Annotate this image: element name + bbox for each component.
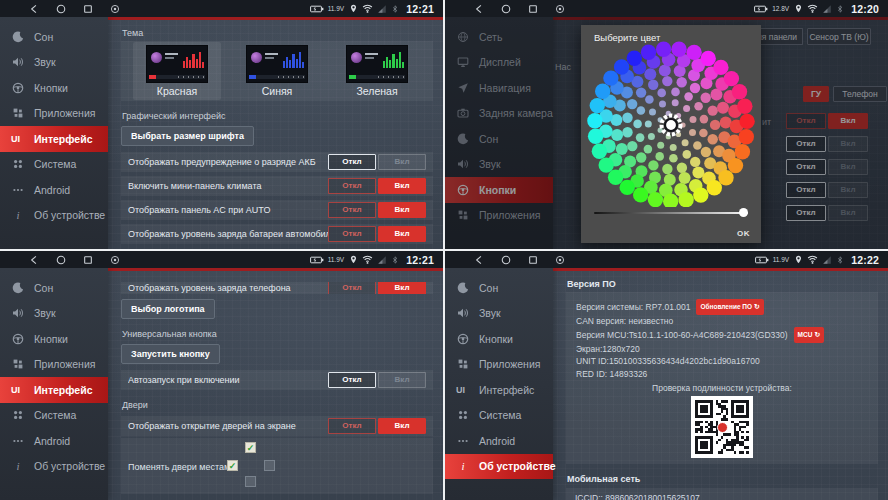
sidebar-item-apps[interactable]: Приложения: [0, 101, 108, 127]
home-icon[interactable]: [56, 4, 66, 14]
brightness-slider[interactable]: [594, 208, 748, 217]
battery-voltage: 11.9V: [328, 256, 345, 263]
toggle-off-button[interactable]: Откл: [328, 154, 376, 170]
main-content: Версия ПОВерсия системы: RP7.01.001Обнов…: [553, 271, 888, 500]
toggle[interactable]: ОтклВкл: [328, 154, 426, 170]
info-text: Версия MCU:Ts10.1.1-100-60-A4C689-210423…: [576, 329, 788, 342]
sidebar-item-ellipsis[interactable]: Android: [0, 428, 108, 454]
sidebar: СонЗвукКнопкиПриложенияUIИнтерфейсСистем…: [445, 268, 553, 500]
iccid-row: ICCID:: 89860620180015625107: [566, 488, 878, 500]
toggle-off-button[interactable]: Откл: [328, 418, 376, 434]
apps-icon: [11, 107, 25, 119]
sidebar-item-moon[interactable]: Сон: [0, 275, 108, 301]
sidebar-item-info[interactable]: iОб устройстве: [445, 454, 553, 480]
door-checkbox-right[interactable]: [264, 460, 275, 471]
recents-icon[interactable]: [528, 4, 538, 14]
screen-interface-theme: 11.9V12:21СонЗвукКнопкиПриложенияUIИнтер…: [0, 0, 443, 249]
sidebar-item-apps[interactable]: Приложения: [0, 352, 108, 378]
sidebar-item-ui[interactable]: UIИнтерфейс: [0, 377, 108, 403]
info-icon: i: [11, 209, 25, 221]
main-content: Отображать уровень заряда телефонаОтклВк…: [108, 271, 443, 500]
action-button[interactable]: Выбор логотипа: [121, 299, 215, 319]
toggle[interactable]: ОтклВкл: [328, 226, 426, 242]
svg-text:i: i: [461, 460, 464, 472]
toggle-on-button[interactable]: Вкл: [378, 202, 426, 218]
back-icon[interactable]: [474, 4, 484, 14]
toggle-off-button[interactable]: Откл: [328, 372, 376, 388]
steering-icon: [11, 333, 25, 345]
screen-interface-doors: 11.9V12:21СонЗвукКнопкиПриложенияUIИнтер…: [0, 251, 443, 500]
check-icon: ✓: [229, 461, 237, 471]
toggle[interactable]: ОтклВкл: [328, 178, 426, 194]
sidebar-item-info[interactable]: iОб устройстве: [0, 203, 108, 229]
verify-device-label: Проверка подлинности устройства:: [576, 383, 868, 393]
theme-card-2[interactable]: Синяя: [233, 42, 321, 100]
recents-icon[interactable]: [83, 4, 93, 14]
toggle-on-button[interactable]: Вкл: [378, 282, 426, 294]
color-wheel[interactable]: [581, 41, 761, 207]
screenshot-icon[interactable]: [110, 255, 120, 265]
toggle-off-button[interactable]: Откл: [328, 226, 376, 242]
battery-icon: [310, 5, 324, 13]
location-icon: [794, 4, 803, 13]
toggle[interactable]: ОтклВкл: [328, 418, 426, 434]
toggle[interactable]: ОтклВкл: [328, 202, 426, 218]
toggle-off-button[interactable]: Откл: [328, 202, 376, 218]
sidebar-item-system[interactable]: Система: [0, 403, 108, 429]
steering-icon: [456, 333, 470, 345]
moon-icon: [456, 282, 470, 294]
ui-icon: UI: [11, 385, 25, 395]
door-checkbox-top[interactable]: ✓: [245, 442, 256, 453]
sidebar-item-apps[interactable]: Приложения: [445, 352, 553, 378]
mcu-badge[interactable]: MCU↻: [794, 327, 825, 343]
sidebar-item-steering[interactable]: Кнопки: [0, 326, 108, 352]
sidebar-item-speaker[interactable]: Звук: [0, 50, 108, 76]
sidebar-item-speaker[interactable]: Звук: [0, 301, 108, 327]
sidebar-item-label: Интерфейс: [34, 133, 92, 145]
home-icon[interactable]: [501, 255, 511, 265]
sidebar-item-moon[interactable]: Сон: [0, 24, 108, 50]
sidebar-item-info[interactable]: iОб устройстве: [0, 454, 108, 480]
theme-card-3[interactable]: Зеленая: [333, 42, 421, 100]
toggle-off-button[interactable]: Откл: [328, 282, 376, 294]
sidebar-item-ui[interactable]: UIИнтерфейс: [0, 126, 108, 152]
toggle-on-button[interactable]: Вкл: [378, 372, 426, 388]
toggle-on-button[interactable]: Вкл: [378, 178, 426, 194]
update-badge[interactable]: Обновление ПО↻: [696, 299, 763, 315]
screenshot-icon[interactable]: [110, 4, 120, 14]
toggle-on-button[interactable]: Вкл: [378, 226, 426, 242]
toggle-on-button[interactable]: Вкл: [378, 154, 426, 170]
toggle[interactable]: ОтклВкл: [328, 282, 426, 294]
home-icon[interactable]: [501, 4, 511, 14]
home-icon[interactable]: [56, 255, 66, 265]
door-checkbox-left[interactable]: ✓: [227, 460, 238, 471]
toggle[interactable]: ОтклВкл: [328, 372, 426, 388]
back-icon[interactable]: [474, 255, 484, 265]
screen-body: СетьДисплейНавигацияЗадняя камераСонЗвук…: [445, 17, 888, 249]
action-button[interactable]: Выбрать размер шрифта: [121, 126, 254, 146]
back-icon[interactable]: [29, 255, 39, 265]
info-text: UNIT ID:150100335636434d4202bc1d90a16700: [576, 355, 760, 368]
sidebar-item-steering[interactable]: Кнопки: [0, 75, 108, 101]
sidebar-item-steering[interactable]: Кнопки: [445, 326, 553, 352]
toggle-on-button[interactable]: Вкл: [378, 418, 426, 434]
action-button[interactable]: Запустить кнопку: [121, 344, 220, 364]
back-icon[interactable]: [29, 4, 39, 14]
toggle-off-button[interactable]: Откл: [328, 178, 376, 194]
slider-thumb[interactable]: [739, 208, 748, 217]
theme-card-1[interactable]: Красная: [133, 42, 221, 100]
sidebar-item-ellipsis[interactable]: Android: [445, 428, 553, 454]
sidebar-item-speaker[interactable]: Звук: [445, 301, 553, 327]
recents-icon[interactable]: [528, 255, 538, 265]
screenshot-icon[interactable]: [555, 255, 565, 265]
sidebar-item-ui[interactable]: UIИнтерфейс: [445, 377, 553, 403]
sidebar-item-moon[interactable]: Сон: [445, 275, 553, 301]
screenshot-icon[interactable]: [555, 4, 565, 14]
sidebar-item-system[interactable]: Система: [445, 403, 553, 429]
sidebar-item-system[interactable]: Система: [0, 152, 108, 178]
sidebar-item-ellipsis[interactable]: Android: [0, 177, 108, 203]
door-checkbox-bottom[interactable]: [245, 476, 256, 487]
refresh-icon: ↻: [754, 301, 760, 314]
ok-button[interactable]: OK: [737, 229, 750, 238]
recents-icon[interactable]: [83, 255, 93, 265]
